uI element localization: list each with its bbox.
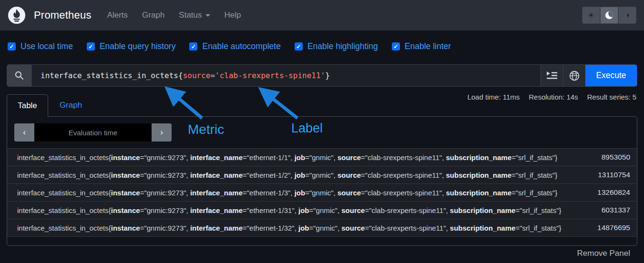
- search-icon: [14, 71, 24, 81]
- option-enable-autocomplete[interactable]: ✓Enable autocomplete: [189, 41, 280, 51]
- nav-item-help[interactable]: Help: [225, 10, 241, 20]
- label-arrow: [266, 93, 297, 118]
- eval-time-prev-button[interactable]: ‹: [14, 123, 34, 142]
- brand-link[interactable]: Prometheus: [8, 6, 92, 24]
- app-title: Prometheus: [34, 9, 92, 21]
- results-table: interface_statistics_in_octets{instance=…: [7, 148, 637, 237]
- nav-item-graph[interactable]: Graph: [142, 10, 164, 20]
- navbar: Prometheus AlertsGraphStatusHelp ☀◑: [0, 0, 644, 30]
- theme-toggle-group: ☀◑: [582, 7, 636, 24]
- option-enable-linter[interactable]: ✓Enable linter: [392, 41, 451, 51]
- table-row: interface_statistics_in_octets{instance=…: [7, 184, 637, 202]
- table-row: interface_statistics_in_octets{instance=…: [7, 219, 637, 237]
- checkbox-checked-icon[interactable]: ✓: [8, 42, 16, 51]
- query-stats: Load time: 11ms Resolution: 14s Result s…: [467, 93, 636, 101]
- series-value: 13110754: [589, 171, 630, 179]
- caret-down-icon: [205, 14, 210, 17]
- dark-theme-button[interactable]: [600, 7, 618, 24]
- evaluation-time-input[interactable]: [34, 123, 152, 142]
- option-enable-highlighting[interactable]: ✓Enable highlighting: [295, 41, 378, 51]
- series-labels: interface_statistics_in_octets{instance=…: [17, 206, 562, 214]
- option-label: Enable autocomplete: [202, 41, 280, 51]
- query-token-punct: }: [325, 71, 330, 80]
- series-labels: interface_statistics_in_octets{instance=…: [17, 153, 557, 162]
- moon-icon: [605, 11, 613, 19]
- tab-table[interactable]: Table: [7, 94, 48, 117]
- query-expression-input[interactable]: interface_statistics_in_octets{source='c…: [32, 65, 541, 86]
- chevron-right-icon: ›: [160, 128, 163, 137]
- light-theme-button[interactable]: ☀: [582, 7, 600, 24]
- nav-item-alerts[interactable]: Alerts: [107, 10, 128, 20]
- checkbox-checked-icon[interactable]: ✓: [295, 42, 303, 51]
- series-labels: interface_statistics_in_octets{instance=…: [17, 171, 557, 179]
- evaluation-time-group: ‹ ›: [14, 123, 172, 142]
- series-labels: interface_statistics_in_octets{instance=…: [17, 224, 562, 232]
- checkbox-checked-icon[interactable]: ✓: [392, 42, 400, 51]
- option-use-local-time[interactable]: ✓Use local time: [8, 41, 73, 51]
- series-value: 8953050: [593, 153, 630, 162]
- execute-button[interactable]: Execute: [585, 65, 637, 86]
- nav-links: AlertsGraphStatusHelp: [107, 10, 241, 20]
- chevron-left-icon: ‹: [23, 128, 26, 137]
- table-row: interface_statistics_in_octets{instance=…: [7, 202, 637, 219]
- query-bar: interface_statistics_in_octets{source='c…: [7, 64, 637, 87]
- circle-half-icon: ◑: [625, 10, 630, 20]
- metrics-explorer-button[interactable]: [541, 65, 563, 86]
- search-box: [7, 65, 32, 86]
- local-time-globe-button[interactable]: [563, 65, 585, 86]
- tab-graph[interactable]: Graph: [48, 94, 93, 116]
- load-time: Load time: 11ms: [467, 93, 520, 101]
- checkbox-checked-icon[interactable]: ✓: [87, 42, 95, 51]
- option-label: Enable query history: [100, 41, 176, 51]
- metric-arrow: [172, 92, 202, 118]
- sun-icon: ☀: [587, 10, 594, 20]
- eval-time-next-button[interactable]: ›: [152, 123, 172, 142]
- option-label: Use local time: [20, 41, 73, 51]
- auto-theme-button[interactable]: ◑: [618, 7, 636, 24]
- series-value: 6031337: [593, 206, 630, 214]
- query-token-punct: {: [178, 71, 183, 80]
- checkbox-checked-icon[interactable]: ✓: [189, 42, 197, 51]
- query-token-string: 'clab-srexperts-spine11': [215, 71, 325, 80]
- options-row: ✓Use local time✓Enable query history✓Ena…: [8, 41, 451, 51]
- remove-panel-link[interactable]: Remove Panel: [577, 249, 630, 258]
- table-row: interface_statistics_in_octets{instance=…: [7, 149, 637, 166]
- series-labels: interface_statistics_in_octets{instance=…: [17, 189, 557, 197]
- metrics-explorer-icon: [547, 71, 557, 80]
- globe-icon: [569, 71, 580, 81]
- resolution: Resolution: 14s: [529, 93, 578, 101]
- result-series: Result series: 5: [587, 93, 636, 101]
- option-label: Enable linter: [405, 41, 451, 51]
- series-value: 13260824: [589, 188, 630, 197]
- query-token-metric: interface_statistics_in_octets: [41, 71, 178, 80]
- query-token-operator: =: [210, 71, 215, 80]
- option-enable-query-history[interactable]: ✓Enable query history: [87, 41, 176, 51]
- nav-item-status[interactable]: Status: [179, 10, 210, 20]
- query-token-label: source: [183, 71, 211, 80]
- table-row: interface_statistics_in_octets{instance=…: [7, 166, 637, 184]
- series-value: 14876695: [589, 223, 630, 232]
- prometheus-logo-icon: [8, 6, 26, 24]
- option-label: Enable highlighting: [307, 41, 378, 51]
